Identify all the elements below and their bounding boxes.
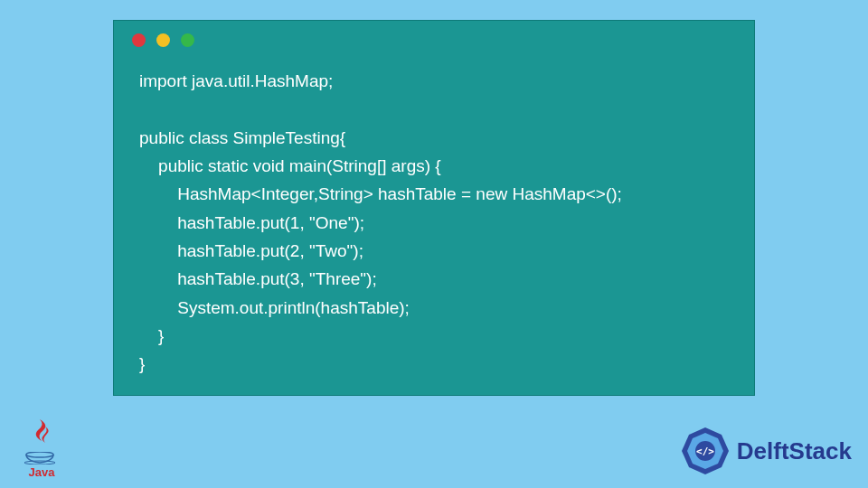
delftstack-logo: </> DelftStack [679,425,852,477]
svg-point-0 [26,452,53,457]
maximize-dot-icon [181,33,194,47]
java-logo-label: Java [29,465,55,479]
java-logo: Java [18,416,65,479]
code-content: import java.util.HashMap; public class S… [114,54,754,379]
svg-text:</>: </> [696,446,714,457]
delftstack-emblem-icon: </> [679,425,731,477]
java-steam-icon [27,418,56,452]
minimize-dot-icon [156,33,170,47]
delftstack-logo-label: DelftStack [737,437,852,465]
window-controls [114,21,754,54]
close-dot-icon [132,33,146,47]
code-window: import java.util.HashMap; public class S… [113,20,755,396]
java-cup-icon [24,452,59,465]
